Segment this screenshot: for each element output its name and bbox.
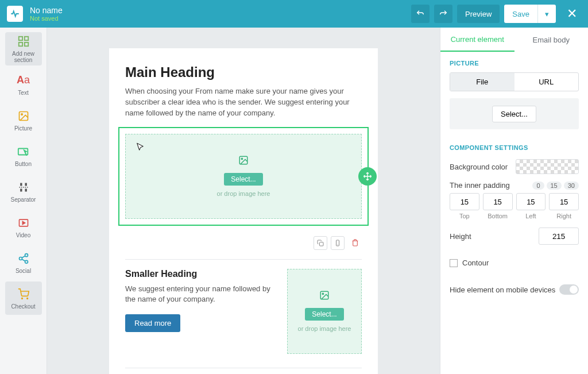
sidebar-item-label: Separator (11, 196, 36, 203)
panel-tabs: Current element Email body (440, 28, 588, 52)
svg-rect-1 (24, 37, 28, 40)
video-icon (17, 216, 30, 230)
email-body: Main Heading When choosing your From nam… (109, 48, 378, 374)
padding-pill-0[interactable]: 0 (532, 182, 544, 190)
padding-pill-15[interactable]: 15 (547, 182, 562, 190)
padding-right-input[interactable] (549, 193, 579, 210)
drop-hint: or drop image here (298, 325, 351, 332)
save-button[interactable]: Save (504, 5, 537, 23)
svg-rect-0 (18, 37, 22, 40)
padding-left-input[interactable] (516, 193, 546, 210)
intro-paragraph[interactable]: When choosing your From name make sure y… (125, 86, 362, 119)
svg-point-8 (25, 253, 28, 256)
redo-button[interactable] (434, 5, 452, 23)
svg-rect-3 (24, 43, 28, 46)
select-file-button[interactable]: Select... (492, 106, 536, 122)
sidebar-item-label: Video (16, 232, 30, 238)
save-dropdown-button[interactable]: ▾ (537, 5, 556, 23)
padding-bottom-input[interactable] (483, 193, 513, 210)
drop-hint: or drop image here (217, 190, 270, 197)
image-placeholder[interactable]: Select... or drop image here (125, 134, 362, 219)
pad-label-bottom: Bottom (488, 213, 508, 219)
save-group: Save ▾ (504, 5, 556, 23)
tab-file[interactable]: File (450, 73, 514, 91)
sidebar-item-text[interactable]: Aa Text (5, 68, 42, 101)
sidebar-item-label: Add new section (5, 51, 42, 63)
canvas-area[interactable]: Main Heading When choosing your From nam… (47, 28, 440, 374)
button-icon (17, 145, 30, 159)
sidebar-item-label: Button (15, 161, 32, 167)
save-status: Not saved (30, 15, 407, 22)
height-label: Height (450, 232, 471, 241)
tab-url[interactable]: URL (514, 73, 579, 91)
sidebar-item-label: Text (18, 90, 28, 96)
padding-pill-30[interactable]: 30 (564, 182, 579, 190)
sidebar-item-label: Picture (14, 125, 32, 132)
svg-point-14 (241, 158, 242, 159)
bg-color-swatch[interactable] (516, 159, 579, 174)
template-title: No name (30, 6, 407, 15)
sidebar-item-social[interactable]: Social (5, 246, 42, 279)
sidebar-item-checkout[interactable]: Checkout (5, 282, 42, 315)
app-logo (7, 6, 23, 22)
undo-button[interactable] (411, 5, 430, 23)
right-panel: Current element Email body PICTURE File … (440, 28, 588, 374)
svg-point-10 (25, 260, 28, 263)
svg-point-11 (21, 298, 22, 299)
hide-mobile-label: Hide element on mobile devices (450, 286, 555, 294)
image-placeholder-small[interactable]: Select... or drop image here (287, 269, 362, 354)
read-more-button[interactable]: Read more (125, 314, 180, 332)
sidebar-item-add-section[interactable]: Add new section (5, 32, 42, 65)
tab-current-element[interactable]: Current element (440, 28, 514, 52)
pad-label-left: Left (525, 213, 536, 219)
preview-button[interactable]: Preview (457, 5, 500, 23)
selected-picture-block[interactable]: Select... or drop image here (118, 127, 369, 226)
sidebar-item-button[interactable]: Button (5, 139, 42, 172)
sub-heading[interactable]: Smaller Heading (125, 269, 280, 279)
delete-button[interactable] (348, 236, 362, 250)
sidebar-item-separator[interactable]: Separator (5, 175, 42, 208)
svg-point-18 (322, 293, 323, 294)
block-actions (125, 236, 362, 250)
select-image-button[interactable]: Select... (305, 308, 343, 321)
height-input[interactable] (539, 228, 579, 245)
pad-label-top: Top (459, 213, 470, 219)
svg-point-9 (19, 257, 22, 260)
svg-rect-2 (18, 43, 22, 46)
sidebar-item-label: Checkout (11, 303, 35, 310)
duplicate-button[interactable] (314, 236, 327, 250)
sidebar-item-picture[interactable]: Picture (5, 103, 42, 137)
pad-label-right: Right (556, 213, 571, 219)
divider (125, 259, 362, 260)
section-label-picture: PICTURE (450, 60, 579, 67)
app-header: No name Not saved Preview Save ▾ ✕ (0, 0, 588, 28)
sidebar-item-video[interactable]: Video (5, 210, 42, 244)
divider (125, 368, 362, 368)
padding-label: The inner padding (450, 181, 510, 190)
image-icon (238, 155, 249, 168)
section-label-component: COMPONENT SETTINGS (450, 144, 579, 151)
svg-rect-15 (320, 242, 324, 246)
cart-icon (17, 287, 30, 301)
tab-email-body[interactable]: Email body (514, 28, 589, 52)
padding-presets: 0 15 30 (532, 182, 579, 190)
contour-label: Contour (462, 259, 489, 267)
padding-top-input[interactable] (450, 193, 479, 210)
contour-checkbox[interactable] (450, 259, 458, 267)
bg-color-label: Background color (450, 163, 508, 171)
drag-handle[interactable] (358, 167, 377, 186)
select-image-button[interactable]: Select... (224, 173, 262, 186)
file-select-box: Select... (450, 98, 579, 129)
two-column-row: Smaller Heading We suggest entering your… (125, 269, 362, 354)
save-block-mobile-button[interactable] (331, 236, 345, 250)
left-sidebar: Add new section Aa Text Picture Button S… (0, 28, 47, 374)
social-icon (17, 252, 30, 265)
main-heading[interactable]: Main Heading (125, 64, 362, 80)
svg-point-12 (26, 298, 28, 299)
close-button[interactable]: ✕ (563, 6, 581, 21)
image-icon (319, 290, 330, 303)
grid-icon (17, 34, 30, 48)
sub-paragraph[interactable]: We suggest entering your name followed b… (125, 284, 280, 306)
sidebar-item-label: Social (16, 268, 31, 274)
hide-mobile-toggle[interactable] (559, 284, 579, 295)
